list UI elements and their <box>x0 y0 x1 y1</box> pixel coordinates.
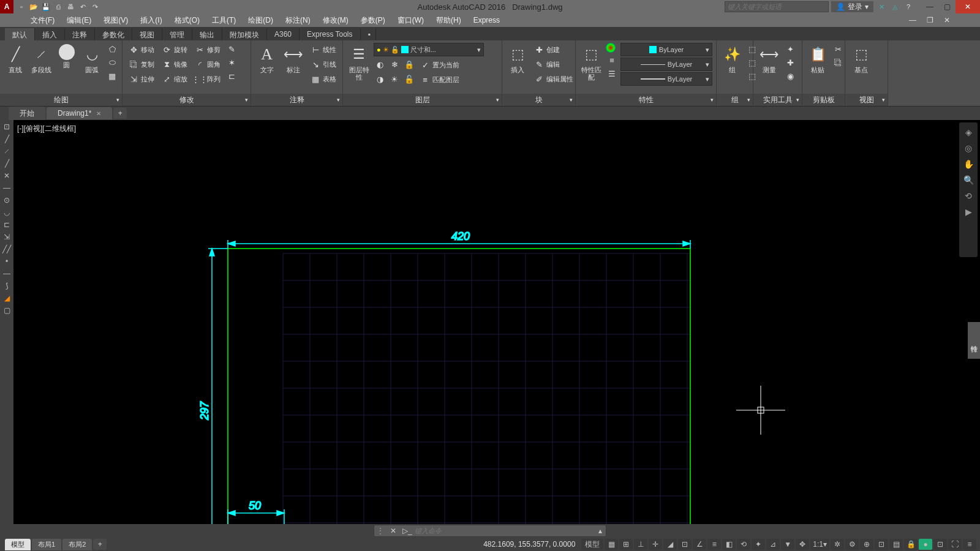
tab-extras[interactable]: ▪ <box>361 28 376 40</box>
tool-icon[interactable]: ⊙ <box>1 195 12 206</box>
quickprops-toggle[interactable]: ▤ <box>889 539 903 550</box>
app-icon[interactable]: A <box>0 0 13 13</box>
model-button[interactable]: 模型 <box>581 539 603 550</box>
filter-toggle[interactable]: ▼ <box>781 539 794 550</box>
viewport-label[interactable]: [-][俯视][二维线框] <box>17 124 76 134</box>
polygon-icon[interactable]: ⬠ <box>106 43 118 55</box>
exchange-icon[interactable]: ✕ <box>876 1 887 12</box>
lineweight-toggle[interactable]: ≡ <box>707 539 721 550</box>
circle-button[interactable]: 圆 <box>55 43 78 70</box>
menu-window[interactable]: 窗口(W) <box>391 13 430 27</box>
array-button[interactable]: ⋮⋮阵列 <box>192 72 223 86</box>
tool-icon[interactable]: ╱ <box>1 158 12 169</box>
menu-edit[interactable]: 编辑(E) <box>61 13 97 27</box>
command-input[interactable] <box>415 527 595 534</box>
lockui-toggle[interactable]: 🔒 <box>904 539 918 550</box>
panel-group-title[interactable]: 组▾ <box>717 94 753 106</box>
util-icon[interactable]: ✦ <box>784 43 796 55</box>
doc-restore-button[interactable]: ❐ <box>921 13 938 27</box>
panel-modify-title[interactable]: 修改▾ <box>123 94 251 106</box>
pan-icon[interactable]: ✋ <box>962 158 974 170</box>
panel-util-title[interactable]: 实用工具▾ <box>753 94 802 106</box>
text-button[interactable]: A文字 <box>255 43 279 75</box>
tool-icon[interactable]: ⇲ <box>1 231 12 242</box>
showmotion-icon[interactable]: ▶ <box>962 206 974 218</box>
layer-tool-icon[interactable]: 🔒 <box>403 58 415 70</box>
menu-tools[interactable]: 工具(T) <box>206 13 242 27</box>
cycling-toggle[interactable]: ⟲ <box>737 539 750 550</box>
save-icon[interactable]: 💾 <box>40 1 51 12</box>
new-icon[interactable]: ▫ <box>16 1 27 12</box>
viewcube-icon[interactable]: ◈ <box>962 126 974 138</box>
explode-icon[interactable]: ✶ <box>225 56 238 69</box>
units-toggle[interactable]: ⊡ <box>875 539 888 550</box>
trim-button[interactable]: ✂修剪 <box>192 43 223 56</box>
linetype-dropdown[interactable]: ByLayer▾ <box>620 58 712 71</box>
layer-dropdown[interactable]: ● ☀ 🔓 尺寸和... ▾ <box>374 43 484 56</box>
list-icon[interactable]: ☰ <box>606 67 618 80</box>
panel-block-title[interactable]: 块▾ <box>502 94 575 106</box>
maximize-button[interactable]: ▢ <box>938 0 956 13</box>
copy-button[interactable]: ⿻复制 <box>126 58 157 71</box>
isodraft-toggle[interactable]: ◢ <box>663 539 677 550</box>
layer-tool-icon[interactable]: ☀ <box>388 73 401 85</box>
menu-insert[interactable]: 插入(I) <box>134 13 168 27</box>
otrack-toggle[interactable]: ∠ <box>693 539 706 550</box>
polar-toggle[interactable]: ✛ <box>649 539 662 550</box>
polyline-button[interactable]: ⟋多段线 <box>29 43 53 75</box>
paste-button[interactable]: 📋粘贴 <box>806 43 829 75</box>
grid-toggle[interactable]: ▦ <box>605 539 618 550</box>
drawing-canvas[interactable]: [-][俯视][二维线框] 420 <box>13 120 980 524</box>
panel-view-title[interactable]: 视图▾ <box>845 94 888 106</box>
lineweight-dropdown[interactable]: ByLayer▾ <box>620 72 712 86</box>
layout-model[interactable]: 模型 <box>5 539 31 550</box>
menu-file[interactable]: 文件(F) <box>24 13 61 27</box>
move-button[interactable]: ✥移动 <box>126 43 157 56</box>
tool-icon[interactable]: ✕ <box>1 170 12 181</box>
menu-draw[interactable]: 绘图(D) <box>242 13 279 27</box>
match-layer-button[interactable]: ≡匹配图层 <box>418 73 462 86</box>
tab-drawing1[interactable]: Drawing1*✕ <box>47 107 112 119</box>
menu-dim[interactable]: 标注(N) <box>279 13 317 27</box>
base-button[interactable]: ⬚基点 <box>849 43 873 75</box>
isolate-toggle[interactable]: ⊡ <box>933 539 947 550</box>
tab-output[interactable]: 输出 <box>192 28 222 40</box>
dynucs-toggle[interactable]: ⊿ <box>766 539 780 550</box>
color-dropdown[interactable]: ByLayer▾ <box>620 43 712 56</box>
tab-a360[interactable]: A360 <box>267 28 300 40</box>
measure-button[interactable]: ⟷测量 <box>757 43 782 75</box>
panel-draw-title[interactable]: 绘图▾ <box>0 94 122 106</box>
lineweight-icon[interactable]: ≡ <box>606 54 618 66</box>
ortho-toggle[interactable]: ⊥ <box>634 539 647 550</box>
tool-icon[interactable]: ⟆ <box>1 280 12 291</box>
close-tab-icon[interactable]: ✕ <box>96 110 101 117</box>
edit-attr-button[interactable]: ✐编辑属性 <box>532 72 576 86</box>
tool-icon[interactable]: ⊡ <box>1 121 12 132</box>
dim-button[interactable]: ⟷标注 <box>282 43 306 75</box>
arc-button[interactable]: ◡圆弧 <box>80 43 104 75</box>
edit-block-button[interactable]: ✎编辑 <box>532 58 576 71</box>
tab-parametric[interactable]: 参数化 <box>95 28 132 40</box>
tool-icon[interactable]: ◢ <box>1 293 12 304</box>
copy-clip-icon[interactable]: ⿻ <box>832 56 844 69</box>
cut-icon[interactable]: ✂ <box>832 43 844 55</box>
orbit-icon[interactable]: ⟲ <box>962 190 974 202</box>
cleanscreen-toggle[interactable]: ⛶ <box>948 539 962 550</box>
a360-icon[interactable]: ◬ <box>889 1 900 12</box>
menu-param[interactable]: 参数(P) <box>355 13 391 27</box>
annoscale-button[interactable]: 1:1▾ <box>810 539 829 550</box>
panel-props-title[interactable]: 特性▾ <box>576 94 716 106</box>
tab-annotate[interactable]: 注释 <box>65 28 95 40</box>
cmd-expand-icon[interactable]: ▴ <box>595 527 606 535</box>
undo-icon[interactable]: ↶ <box>77 1 88 12</box>
layout-2[interactable]: 布局2 <box>62 539 92 550</box>
util-icon[interactable]: ◉ <box>784 70 796 82</box>
rotate-button[interactable]: ⟳旋转 <box>159 43 190 56</box>
layout-1[interactable]: 布局1 <box>32 539 61 550</box>
insert-button[interactable]: ⬚插入 <box>506 43 529 75</box>
snap-toggle[interactable]: ⊞ <box>619 539 633 550</box>
properties-palette-tab[interactable]: 特性 <box>968 322 980 359</box>
customize-button[interactable]: ≡ <box>963 539 976 550</box>
util-icon[interactable]: ✚ <box>784 56 796 69</box>
group-button[interactable]: ✨组 <box>720 43 744 75</box>
